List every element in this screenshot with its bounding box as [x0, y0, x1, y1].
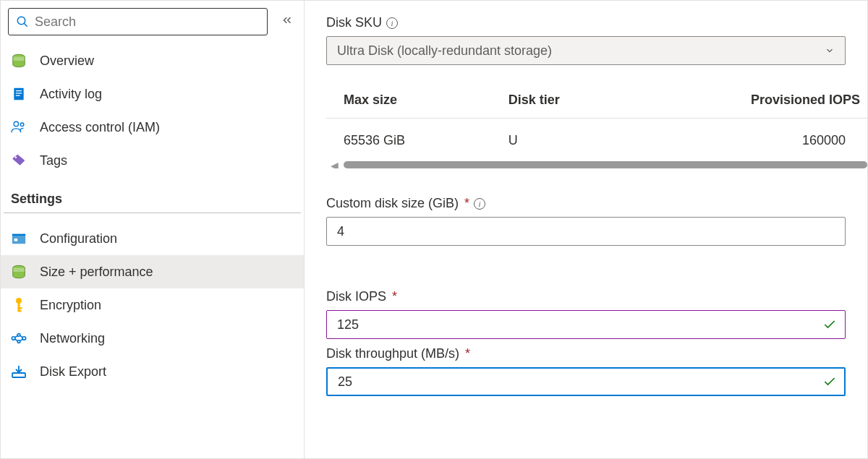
col-max-size[interactable]: Max size [326, 81, 491, 119]
svg-rect-4 [16, 90, 22, 91]
sidebar-item-activity-log[interactable]: Activity log [1, 77, 304, 111]
collapse-sidebar-button[interactable] [278, 11, 297, 33]
access-icon [11, 119, 27, 135]
svg-point-14 [16, 298, 22, 304]
nav-settings: Configuration Size + performance Encrypt… [1, 218, 304, 388]
info-icon[interactable]: i [386, 17, 398, 29]
main-content: Disk SKU i Ultra Disk (locally-redundant… [305, 1, 867, 458]
disk-sku-value: Ultra Disk (locally-redundant storage) [337, 43, 552, 59]
svg-rect-11 [12, 234, 25, 236]
sidebar-item-label: Configuration [40, 231, 117, 246]
svg-rect-17 [18, 310, 22, 312]
svg-rect-16 [18, 307, 22, 309]
sidebar-item-label: Size + performance [40, 265, 153, 280]
sidebar: Overview Activity log Access control (IA… [1, 1, 305, 458]
throughput-label: Disk throughput (MB/s) [326, 346, 459, 361]
check-icon [822, 317, 837, 332]
svg-point-9 [15, 157, 17, 159]
sidebar-item-access-control[interactable]: Access control (IAM) [1, 111, 304, 144]
horizontal-scrollbar[interactable]: ◀ [344, 161, 867, 168]
svg-rect-6 [16, 95, 20, 96]
chevron-double-left-icon [281, 14, 294, 27]
search-icon [16, 15, 29, 28]
chevron-down-icon [825, 46, 835, 56]
sidebar-item-overview[interactable]: Overview [1, 44, 304, 77]
overview-icon [11, 53, 27, 69]
col-provisioned-iops[interactable]: Provisioned IOPS [638, 81, 867, 119]
svg-line-23 [15, 339, 18, 341]
svg-rect-3 [14, 88, 23, 100]
info-icon[interactable]: i [474, 198, 485, 210]
svg-line-22 [15, 335, 18, 338]
sidebar-item-encryption[interactable]: Encryption [1, 288, 304, 322]
svg-point-21 [17, 340, 20, 343]
encryption-icon [11, 297, 27, 313]
tags-icon [11, 153, 27, 168]
svg-point-7 [14, 121, 18, 126]
size-icon [11, 264, 27, 280]
svg-line-25 [20, 339, 23, 341]
custom-size-label: Custom disk size (GiB) [326, 196, 459, 211]
sidebar-item-tags[interactable]: Tags [1, 144, 304, 177]
settings-header: Settings [4, 177, 301, 213]
col-disk-tier[interactable]: Disk tier [491, 81, 639, 119]
sidebar-item-label: Activity log [40, 87, 102, 102]
sidebar-item-networking[interactable]: Networking [1, 322, 304, 355]
svg-point-0 [17, 17, 25, 25]
sidebar-item-label: Overview [40, 53, 94, 69]
svg-line-24 [20, 335, 23, 338]
throughput-input[interactable] [326, 367, 846, 396]
config-icon [11, 231, 27, 246]
search-input[interactable] [35, 14, 260, 30]
iops-input[interactable] [326, 310, 846, 339]
export-icon [11, 364, 27, 379]
custom-size-input[interactable] [326, 217, 846, 246]
disk-table: Max size Disk tier Provisioned IOPS 6553… [326, 81, 867, 168]
sidebar-item-label: Encryption [40, 298, 101, 313]
sidebar-item-configuration[interactable]: Configuration [1, 222, 304, 255]
svg-line-1 [24, 23, 27, 27]
cell-max-size: 65536 GiB [326, 119, 491, 162]
iops-label: Disk IOPS [326, 289, 386, 304]
svg-point-20 [17, 334, 20, 337]
scroll-left-icon[interactable]: ◀ [331, 160, 339, 168]
cell-iops: 160000 [638, 119, 867, 162]
svg-rect-5 [16, 93, 22, 93]
sidebar-item-disk-export[interactable]: Disk Export [1, 355, 304, 388]
disk-sku-label: Disk SKU [326, 15, 382, 30]
networking-icon [11, 330, 27, 346]
svg-rect-12 [14, 239, 18, 241]
required-marker: * [464, 196, 469, 211]
svg-point-8 [20, 123, 24, 126]
nav-top: Overview Activity log Access control (IA… [1, 40, 304, 177]
check-icon [822, 374, 837, 389]
activity-icon [11, 86, 27, 102]
sidebar-item-label: Tags [40, 153, 67, 168]
required-marker: * [392, 289, 397, 304]
table-row[interactable]: 65536 GiB U 160000 [326, 119, 867, 162]
search-box[interactable] [8, 8, 268, 35]
sidebar-item-label: Disk Export [40, 364, 106, 379]
required-marker: * [465, 346, 470, 361]
sidebar-item-size-performance[interactable]: Size + performance [1, 255, 304, 288]
svg-rect-26 [12, 373, 25, 377]
cell-disk-tier: U [491, 119, 639, 162]
sidebar-item-label: Access control (IAM) [40, 120, 160, 135]
sidebar-item-label: Networking [40, 331, 105, 346]
disk-sku-dropdown[interactable]: Ultra Disk (locally-redundant storage) [326, 36, 846, 65]
